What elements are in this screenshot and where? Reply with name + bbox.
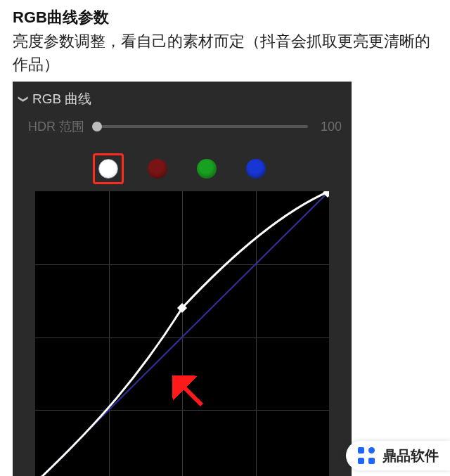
rgb-curves-panel: ❯ RGB 曲线 HDR 范围 100: [13, 82, 352, 476]
channel-red[interactable]: [142, 153, 173, 184]
watermark: 鼎品软件: [346, 441, 450, 470]
blue-circle-icon: [246, 159, 266, 179]
adjusted-curve[interactable]: [35, 191, 329, 476]
channel-green[interactable]: [191, 153, 222, 184]
hdr-range-row: HDR 范围 100: [13, 114, 352, 138]
red-circle-icon: [148, 159, 167, 179]
curve-svg: [35, 191, 329, 476]
section-header[interactable]: ❯ RGB 曲线: [13, 82, 352, 114]
white-circle-icon: [98, 159, 118, 179]
watermark-text: 鼎品软件: [382, 446, 439, 465]
svg-rect-3: [358, 458, 364, 464]
hdr-label: HDR 范围: [28, 118, 84, 135]
channel-blue[interactable]: [240, 153, 271, 184]
channel-swatches: [13, 153, 352, 184]
channel-white[interactable]: [93, 153, 124, 184]
slider-track: [97, 125, 308, 128]
green-circle-icon: [197, 159, 217, 179]
svg-rect-4: [368, 458, 375, 464]
hdr-value: 100: [321, 120, 342, 134]
page-title: RGB曲线参数: [0, 0, 450, 30]
svg-rect-1: [358, 447, 364, 454]
curve-editor[interactable]: [35, 191, 329, 476]
baseline-diagonal: [35, 191, 329, 476]
chevron-down-icon: ❯: [18, 95, 30, 103]
section-label: RGB 曲线: [32, 90, 91, 108]
hdr-slider[interactable]: [97, 125, 308, 128]
watermark-logo-icon: [356, 445, 377, 466]
svg-rect-2: [368, 447, 375, 454]
page-description: 亮度参数调整，看自己的素材而定（抖音会抓取更亮更清晰的作品）: [0, 30, 450, 82]
slider-thumb[interactable]: [92, 122, 102, 131]
